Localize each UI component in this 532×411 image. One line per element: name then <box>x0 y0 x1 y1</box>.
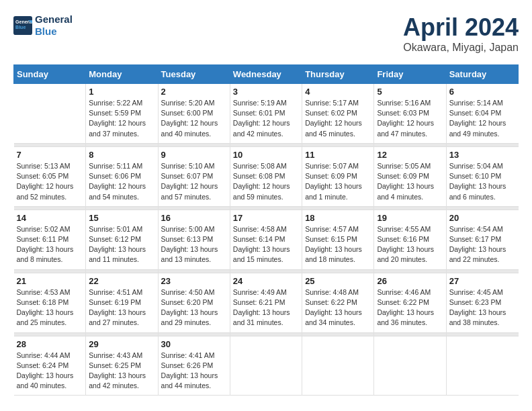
day-number: 11 <box>305 150 371 160</box>
day-info: Sunrise: 5:20 AM Sunset: 6:00 PM Dayligh… <box>161 98 227 139</box>
calendar-day-cell <box>230 336 302 396</box>
day-info: Sunrise: 5:19 AM Sunset: 6:01 PM Dayligh… <box>233 98 299 139</box>
calendar-day-cell: 2Sunrise: 5:20 AM Sunset: 6:00 PM Daylig… <box>158 84 230 144</box>
calendar-day-cell: 15Sunrise: 5:01 AM Sunset: 6:12 PM Dayli… <box>86 210 158 269</box>
location: Okawara, Miyagi, Japan <box>403 42 519 54</box>
day-info: Sunrise: 4:53 AM Sunset: 6:18 PM Dayligh… <box>17 287 83 328</box>
day-number: 10 <box>233 150 299 160</box>
day-number: 3 <box>233 87 299 97</box>
col-sunday: Sunday <box>14 65 86 84</box>
day-info: Sunrise: 5:22 AM Sunset: 5:59 PM Dayligh… <box>89 98 154 139</box>
day-info: Sunrise: 4:55 AM Sunset: 6:16 PM Dayligh… <box>377 224 443 265</box>
calendar-day-cell: 13Sunrise: 5:04 AM Sunset: 6:10 PM Dayli… <box>446 146 518 206</box>
calendar-day-cell: 5Sunrise: 5:16 AM Sunset: 6:03 PM Daylig… <box>374 84 446 144</box>
day-info: Sunrise: 5:00 AM Sunset: 6:13 PM Dayligh… <box>161 224 227 265</box>
day-number: 2 <box>161 87 227 97</box>
day-number: 16 <box>161 213 227 223</box>
calendar-day-cell: 7Sunrise: 5:13 AM Sunset: 6:05 PM Daylig… <box>14 146 86 206</box>
calendar-week-row: 14Sunrise: 5:02 AM Sunset: 6:11 PM Dayli… <box>14 210 519 269</box>
day-info: Sunrise: 5:13 AM Sunset: 6:05 PM Dayligh… <box>17 161 83 202</box>
calendar-day-cell <box>14 84 86 144</box>
day-info: Sunrise: 5:05 AM Sunset: 6:09 PM Dayligh… <box>377 161 443 202</box>
day-info: Sunrise: 4:50 AM Sunset: 6:20 PM Dayligh… <box>161 287 227 328</box>
calendar-week-row: 21Sunrise: 4:53 AM Sunset: 6:18 PM Dayli… <box>14 273 519 332</box>
day-info: Sunrise: 4:49 AM Sunset: 6:21 PM Dayligh… <box>233 287 299 328</box>
calendar-day-cell: 19Sunrise: 4:55 AM Sunset: 6:16 PM Dayli… <box>374 210 446 269</box>
day-info: Sunrise: 5:14 AM Sunset: 6:04 PM Dayligh… <box>449 98 516 139</box>
calendar-day-cell: 8Sunrise: 5:11 AM Sunset: 6:06 PM Daylig… <box>86 146 158 206</box>
day-info: Sunrise: 5:02 AM Sunset: 6:11 PM Dayligh… <box>17 224 83 265</box>
day-number: 30 <box>161 339 227 349</box>
calendar-day-cell: 3Sunrise: 5:19 AM Sunset: 6:01 PM Daylig… <box>230 84 302 144</box>
calendar-day-cell <box>446 336 518 396</box>
col-tuesday: Tuesday <box>158 65 230 84</box>
col-friday: Friday <box>374 65 446 84</box>
calendar-day-cell: 24Sunrise: 4:49 AM Sunset: 6:21 PM Dayli… <box>230 273 302 332</box>
day-number: 21 <box>17 276 83 286</box>
calendar-day-cell: 11Sunrise: 5:07 AM Sunset: 6:09 PM Dayli… <box>302 146 374 206</box>
day-number: 29 <box>89 339 154 349</box>
day-info: Sunrise: 4:41 AM Sunset: 6:26 PM Dayligh… <box>161 351 227 392</box>
calendar-day-cell <box>302 336 374 396</box>
day-number: 23 <box>161 276 227 286</box>
day-info: Sunrise: 5:01 AM Sunset: 6:12 PM Dayligh… <box>89 224 154 265</box>
calendar-week-row: 1Sunrise: 5:22 AM Sunset: 5:59 PM Daylig… <box>14 84 519 144</box>
day-info: Sunrise: 5:17 AM Sunset: 6:02 PM Dayligh… <box>305 98 371 139</box>
day-info: Sunrise: 4:46 AM Sunset: 6:22 PM Dayligh… <box>377 287 443 328</box>
day-info: Sunrise: 5:08 AM Sunset: 6:08 PM Dayligh… <box>233 161 299 202</box>
day-info: Sunrise: 5:11 AM Sunset: 6:06 PM Dayligh… <box>89 161 154 202</box>
day-info: Sunrise: 4:54 AM Sunset: 6:17 PM Dayligh… <box>449 224 516 265</box>
calendar-day-cell: 23Sunrise: 4:50 AM Sunset: 6:20 PM Dayli… <box>158 273 230 332</box>
header-row: Sunday Monday Tuesday Wednesday Thursday… <box>14 65 519 84</box>
day-number: 24 <box>233 276 299 286</box>
day-number: 14 <box>17 213 83 223</box>
day-number: 28 <box>17 339 83 349</box>
col-monday: Monday <box>86 65 158 84</box>
calendar-day-cell: 18Sunrise: 4:57 AM Sunset: 6:15 PM Dayli… <box>302 210 374 269</box>
logo-text-general: General <box>35 13 73 26</box>
day-number: 19 <box>377 213 443 223</box>
col-thursday: Thursday <box>302 65 374 84</box>
day-number: 22 <box>89 276 154 286</box>
day-number: 6 <box>449 87 516 97</box>
day-info: Sunrise: 5:07 AM Sunset: 6:09 PM Dayligh… <box>305 161 371 202</box>
day-info: Sunrise: 4:57 AM Sunset: 6:15 PM Dayligh… <box>305 224 371 265</box>
day-info: Sunrise: 4:43 AM Sunset: 6:25 PM Dayligh… <box>89 351 154 392</box>
day-number: 25 <box>305 276 371 286</box>
calendar-week-row: 28Sunrise: 4:44 AM Sunset: 6:24 PM Dayli… <box>14 336 519 396</box>
day-number: 12 <box>377 150 443 160</box>
calendar-day-cell: 28Sunrise: 4:44 AM Sunset: 6:24 PM Dayli… <box>14 336 86 396</box>
day-number: 8 <box>89 150 154 160</box>
calendar-day-cell: 17Sunrise: 4:58 AM Sunset: 6:14 PM Dayli… <box>230 210 302 269</box>
day-info: Sunrise: 5:16 AM Sunset: 6:03 PM Dayligh… <box>377 98 443 139</box>
logo-text-blue: Blue <box>35 26 73 38</box>
day-info: Sunrise: 4:51 AM Sunset: 6:19 PM Dayligh… <box>89 287 154 328</box>
calendar-day-cell: 10Sunrise: 5:08 AM Sunset: 6:08 PM Dayli… <box>230 146 302 206</box>
calendar-day-cell: 6Sunrise: 5:14 AM Sunset: 6:04 PM Daylig… <box>446 84 518 144</box>
calendar-day-cell: 4Sunrise: 5:17 AM Sunset: 6:02 PM Daylig… <box>302 84 374 144</box>
col-saturday: Saturday <box>446 65 518 84</box>
day-info: Sunrise: 4:44 AM Sunset: 6:24 PM Dayligh… <box>17 351 83 392</box>
calendar-day-cell: 16Sunrise: 5:00 AM Sunset: 6:13 PM Dayli… <box>158 210 230 269</box>
svg-text:General: General <box>15 19 32 24</box>
day-number: 5 <box>377 87 443 97</box>
calendar-day-cell: 27Sunrise: 4:45 AM Sunset: 6:23 PM Dayli… <box>446 273 518 332</box>
calendar-table: Sunday Monday Tuesday Wednesday Thursday… <box>13 64 519 396</box>
title-block: April 2024 Okawara, Miyagi, Japan <box>403 13 519 54</box>
day-number: 15 <box>89 213 154 223</box>
calendar-day-cell: 30Sunrise: 4:41 AM Sunset: 6:26 PM Dayli… <box>158 336 230 396</box>
svg-text:Blue: Blue <box>15 25 26 30</box>
day-info: Sunrise: 4:58 AM Sunset: 6:14 PM Dayligh… <box>233 224 299 265</box>
day-number: 1 <box>89 87 154 97</box>
page-header: General Blue General Blue April 2024 Oka… <box>13 13 519 54</box>
day-number: 26 <box>377 276 443 286</box>
calendar-day-cell: 26Sunrise: 4:46 AM Sunset: 6:22 PM Dayli… <box>374 273 446 332</box>
day-number: 20 <box>449 213 516 223</box>
calendar-day-cell <box>374 336 446 396</box>
calendar-day-cell: 22Sunrise: 4:51 AM Sunset: 6:19 PM Dayli… <box>86 273 158 332</box>
month-title: April 2024 <box>403 13 519 42</box>
day-number: 27 <box>449 276 516 286</box>
calendar-day-cell: 21Sunrise: 4:53 AM Sunset: 6:18 PM Dayli… <box>14 273 86 332</box>
calendar-day-cell: 20Sunrise: 4:54 AM Sunset: 6:17 PM Dayli… <box>446 210 518 269</box>
day-info: Sunrise: 4:45 AM Sunset: 6:23 PM Dayligh… <box>449 287 516 328</box>
